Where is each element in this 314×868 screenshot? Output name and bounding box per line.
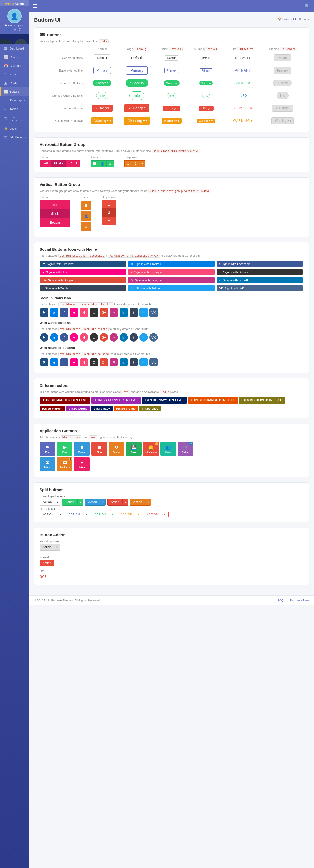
si-facebook[interactable]: f <box>60 308 68 317</box>
sc-linkedin[interactable]: in <box>119 333 128 342</box>
split-action-default[interactable]: Action <box>39 499 55 505</box>
num-btn-1[interactable]: 1 <box>124 160 132 167</box>
flat-action-warning[interactable]: ACTION <box>118 512 135 517</box>
faq-link[interactable]: FAQ <box>278 599 283 602</box>
flat-caret-primary[interactable]: ▾ <box>83 512 90 517</box>
split-caret-green[interactable]: ▾ <box>77 499 83 505</box>
danger-btn-sm[interactable]: ✓ Danger <box>163 105 180 111</box>
sr-twitter[interactable]: 🐦 <box>139 358 148 366</box>
si-google[interactable]: G+ <box>100 308 108 317</box>
split-caret-red[interactable]: ▾ <box>123 499 128 505</box>
sidebar-item-typography[interactable]: T Typography <box>0 96 29 104</box>
info-btn-lg[interactable]: Info <box>129 91 144 100</box>
sc-vk[interactable]: VK <box>149 333 158 342</box>
social-btn-bitbucket[interactable]: ⚑ Sign in with Bitbucket <box>40 261 126 267</box>
sc-google[interactable]: G+ <box>100 333 108 342</box>
si-vk[interactable]: VK <box>149 308 158 317</box>
app-likes-btn[interactable]: ♥ Likes <box>74 457 90 471</box>
default-btn-flat[interactable]: DEFAULT <box>232 55 254 61</box>
sidebar-item-login[interactable]: 🔒 Login <box>0 124 29 133</box>
sc-dropbox[interactable]: ◈ <box>50 333 58 342</box>
primary-btn-outline-xs[interactable]: Primary <box>200 68 212 73</box>
vnum-btn-2[interactable]: 2 <box>102 209 116 217</box>
addon-flat-btn[interactable]: GO! <box>39 574 46 580</box>
sr-linkedin[interactable]: in <box>119 358 128 366</box>
flat-caret-success[interactable]: ▾ <box>109 512 116 517</box>
danger-btn-xs[interactable]: ✓ Danger <box>199 106 214 111</box>
split-caret-blue[interactable]: ▾ <box>100 499 106 505</box>
addon-normal-btn[interactable]: Action <box>39 560 55 566</box>
default-btn-normal[interactable]: Default <box>94 55 110 61</box>
dc-btn-orange-flat[interactable]: BTN.BG-ORANGE.BTN-FLAT <box>187 397 238 404</box>
split-action-orange[interactable]: Action <box>130 499 145 505</box>
split-action-blue[interactable]: Action <box>85 499 100 505</box>
sc-foursquare[interactable]: 4 <box>80 333 88 342</box>
icon-btn-3[interactable]: ⊞ <box>106 160 114 167</box>
social-btn-linkedin[interactable]: in Sign in with LinkedIn <box>217 277 303 283</box>
si-tumblr[interactable]: t <box>130 308 138 317</box>
app-users-btn[interactable]: 👥 Users <box>161 442 176 456</box>
sidebar-item-multilevel[interactable]: ▤ Multilevel › <box>0 133 29 142</box>
sc-twitter[interactable]: 🐦 <box>139 333 148 342</box>
si-instagram[interactable]: ◎ <box>110 308 118 317</box>
sc-facebook[interactable]: f <box>60 333 68 342</box>
dc-btn-purple-flat[interactable]: BTN.BG-PURPLE.BTN-FLAT <box>91 397 141 404</box>
dc-btn-maroon-flat[interactable]: BTN.BG-MAROON.BTN-FLAT <box>39 397 90 404</box>
social-btn-twitter[interactable]: 🐦 Sign in with Twitter <box>128 285 214 291</box>
btn-right[interactable]: Right <box>66 160 80 166</box>
sc-instagram[interactable]: ◎ <box>110 333 118 342</box>
sr-facebook[interactable]: f <box>60 358 68 366</box>
app-inbox-btn[interactable]: ✉ Inbox <box>39 457 55 471</box>
social-btn-foursquare[interactable]: 4 Sign in with Foursquare <box>128 269 214 275</box>
sidebar-item-calendar[interactable]: 📅 Calendar <box>0 61 29 70</box>
si-dropbox[interactable]: ◈ <box>50 308 58 317</box>
sidebar-item-icons[interactable]: ☆ Icons <box>0 70 29 79</box>
flat-action-success[interactable]: ACTION <box>92 512 109 517</box>
app-pause-btn[interactable]: ⏸ Pause <box>74 442 90 456</box>
num-btn-caret[interactable]: ▾ <box>139 160 145 167</box>
sidebar-item-cards[interactable]: ▣ Cards <box>0 79 29 87</box>
breadcrumb-home[interactable]: Home <box>282 18 290 21</box>
vicon-btn-1[interactable]: ☰ <box>81 201 91 210</box>
dc-btn-maroon-sm[interactable]: btn.bg-maroon <box>39 406 65 411</box>
purchase-link[interactable]: Purchase Now <box>290 599 309 602</box>
success-btn-flat[interactable]: SUCCESS <box>231 80 255 86</box>
social-btn-instagram[interactable]: ◎ Sign in with Instagram <box>128 277 214 283</box>
app-products-btn[interactable]: 3 🏷 Products <box>57 457 72 471</box>
dc-btn-orange-sm[interactable]: btn.bg-orange <box>113 406 138 411</box>
si-linkedin[interactable]: in <box>119 308 128 317</box>
dc-btn-purple-sm[interactable]: btn.bg-purple <box>66 406 90 411</box>
success-btn-lg[interactable]: Success <box>126 79 148 87</box>
vbtn-bottom[interactable]: Bottom <box>39 218 70 227</box>
flat-caret-danger[interactable]: ▾ <box>161 512 169 517</box>
sc-bitbucket[interactable]: ⚑ <box>40 333 48 342</box>
dc-btn-navy-sm[interactable]: btn.bg-navy <box>91 406 112 411</box>
si-github[interactable]: ⊙ <box>90 308 98 317</box>
social-btn-flickr[interactable]: ● Sign in with Flickr <box>40 269 126 275</box>
info-btn-flat[interactable]: INFO <box>236 92 250 99</box>
sr-dropbox[interactable]: ◈ <box>50 358 58 366</box>
dc-btn-navy-flat[interactable]: BTN.BG-NAVY.BTN-FLAT <box>142 397 186 404</box>
social-btn-vk[interactable]: VK Sign in with VK <box>217 285 303 291</box>
social-btn-facebook[interactable]: f Sign in with Facebook <box>217 261 303 267</box>
social-btn-github[interactable]: ⊙ Sign in with GitHub <box>217 269 303 275</box>
primary-btn-flat[interactable]: PRIMARY <box>232 67 254 73</box>
social-btn-google[interactable]: G+ Sign in with Google <box>40 277 126 283</box>
addon-action-btn[interactable]: Action <box>39 544 54 551</box>
sr-foursquare[interactable]: 4 <box>80 358 88 366</box>
search-icon[interactable]: 🔍 <box>305 3 310 8</box>
sr-tumblr[interactable]: t <box>130 358 138 366</box>
flat-caret-warning[interactable]: ▾ <box>135 512 142 517</box>
default-btn-lg[interactable]: Default <box>127 54 147 62</box>
btn-middle[interactable]: Middle <box>51 160 66 166</box>
social-btn-dropbox[interactable]: ◈ Sign in with Dropbox <box>128 261 214 267</box>
info-btn[interactable]: Info <box>96 92 108 99</box>
sidebar-item-tables[interactable]: ≡ Tables <box>0 104 29 113</box>
primary-btn-outline-sm[interactable]: Primary <box>164 68 179 73</box>
danger-btn-lg[interactable]: ✓ Danger <box>124 104 149 112</box>
sc-github[interactable]: ⊙ <box>90 333 98 342</box>
default-btn-sm[interactable]: Default <box>165 55 178 61</box>
clock-icon[interactable]: ⏱ <box>18 28 22 31</box>
warning-btn-lg[interactable]: Warning ▾ <box>124 117 150 125</box>
sidebar-item-form-elements[interactable]: ☐ Form Elements <box>0 113 29 124</box>
